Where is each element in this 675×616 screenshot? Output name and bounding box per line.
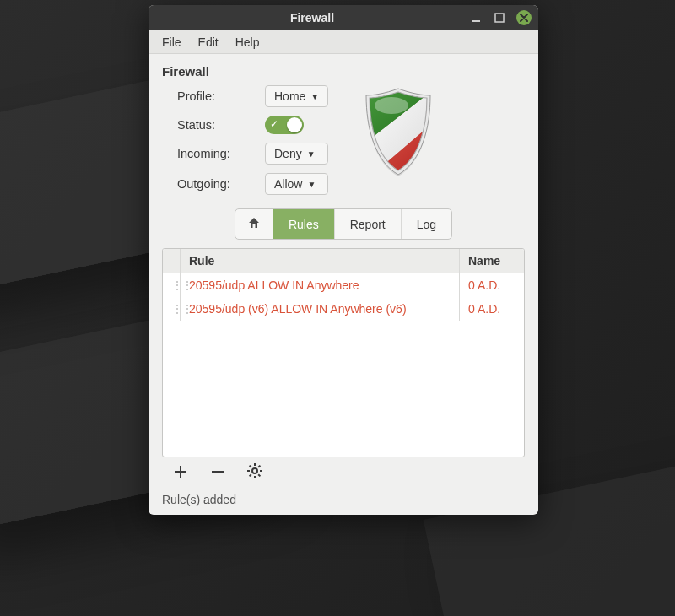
svg-line-17 [258, 465, 260, 467]
toggle-knob [287, 117, 302, 132]
menubar: File Edit Help [148, 30, 538, 54]
incoming-combo[interactable]: Deny ▼ [265, 143, 328, 165]
row-grip-icon: ⋮⋮ [163, 297, 181, 321]
col-name-header[interactable]: Name [460, 249, 524, 273]
remove-rule-button[interactable] [208, 462, 228, 483]
svg-point-8 [375, 97, 408, 114]
chevron-down-icon: ▼ [307, 149, 316, 159]
add-rule-button[interactable] [170, 462, 191, 483]
table-row[interactable]: ⋮⋮ 20595/udp (v6) ALLOW IN Anywhere (v6)… [163, 297, 524, 321]
settings-button[interactable] [245, 462, 265, 483]
statusbar: Rule(s) added [162, 493, 525, 506]
svg-rect-0 [472, 20, 480, 22]
tab-home[interactable] [235, 209, 273, 239]
tab-log[interactable]: Log [401, 209, 451, 239]
check-icon: ✓ [270, 118, 278, 130]
col-rule-header[interactable]: Rule [181, 249, 460, 273]
chevron-down-icon: ▼ [307, 180, 316, 189]
svg-rect-9 [212, 471, 224, 473]
shield-icon [352, 85, 445, 195]
rule-cell: 20595/udp (v6) ALLOW IN Anywhere (v6) [181, 297, 460, 321]
svg-rect-1 [495, 14, 504, 22]
window-body: Firewall Profile: Home ▼ Status: ✓ Incom… [148, 54, 538, 515]
home-icon [247, 216, 261, 232]
svg-line-18 [250, 474, 251, 476]
table-body[interactable]: ⋮⋮ 20595/udp ALLOW IN Anywhere 0 A.D. ⋮⋮… [163, 273, 524, 457]
profile-label: Profile: [177, 89, 253, 103]
table-row[interactable]: ⋮⋮ 20595/udp ALLOW IN Anywhere 0 A.D. [163, 273, 524, 297]
svg-line-15 [250, 465, 251, 467]
menu-help[interactable]: Help [229, 33, 267, 51]
status-label: Status: [177, 118, 253, 132]
minimize-button[interactable] [469, 11, 483, 24]
svg-point-10 [252, 468, 257, 473]
svg-line-16 [258, 474, 260, 476]
status-toggle[interactable]: ✓ [265, 116, 304, 134]
section-title: Firewall [162, 64, 525, 78]
gear-icon [247, 463, 262, 483]
rules-table: Rule Name ⋮⋮ 20595/udp ALLOW IN Anywhere… [162, 248, 525, 457]
tabbar: Rules Report Log [235, 208, 452, 240]
profile-value: Home [274, 89, 305, 103]
outgoing-combo[interactable]: Allow ▼ [265, 173, 328, 195]
tab-report[interactable]: Report [334, 209, 401, 239]
profile-combo[interactable]: Home ▼ [265, 85, 328, 107]
name-cell: 0 A.D. [460, 297, 524, 321]
row-grip-icon: ⋮⋮ [163, 273, 181, 297]
outgoing-label: Outgoing: [177, 177, 253, 191]
tab-rules[interactable]: Rules [273, 209, 334, 239]
plus-icon [174, 463, 187, 483]
col-grip [163, 249, 181, 273]
window-controls [469, 10, 532, 25]
name-cell: 0 A.D. [460, 273, 524, 297]
menu-file[interactable]: File [155, 33, 188, 51]
rule-cell: 20595/udp ALLOW IN Anywhere [181, 273, 460, 297]
settings-area: Profile: Home ▼ Status: ✓ Incoming: Deny… [162, 85, 525, 195]
settings-grid: Profile: Home ▼ Status: ✓ Incoming: Deny… [177, 85, 328, 195]
maximize-button[interactable] [493, 11, 506, 24]
window-title: Firewall [155, 11, 469, 24]
titlebar[interactable]: Firewall [148, 5, 538, 30]
menu-edit[interactable]: Edit [192, 33, 225, 51]
minus-icon [211, 463, 224, 483]
close-button[interactable] [516, 10, 532, 25]
chevron-down-icon: ▼ [310, 92, 319, 101]
outgoing-value: Allow [274, 177, 302, 191]
incoming-label: Incoming: [177, 147, 253, 160]
table-header: Rule Name [163, 249, 524, 273]
rule-toolbar [162, 457, 525, 484]
tabs: Rules Report Log [162, 208, 525, 240]
incoming-value: Deny [274, 147, 302, 160]
firewall-window: Firewall File Edit Help Firewall Profile… [148, 5, 538, 515]
